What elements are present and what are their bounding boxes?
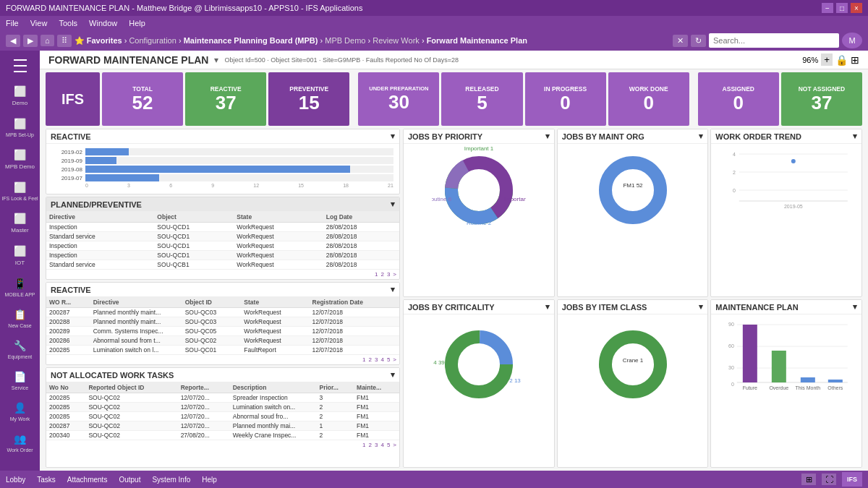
na-page-4[interactable]: 4 (380, 442, 383, 448)
svg-text:0: 0 (731, 382, 734, 387)
reactive-page-2[interactable]: 2 (369, 356, 372, 363)
menu-view[interactable]: View (30, 19, 48, 27)
bottom-icon-1[interactable]: ⊞ (801, 474, 816, 485)
forward-button[interactable]: ▶ (23, 35, 38, 47)
page-title: FORWARD MAINTENANCE PLAN (48, 54, 208, 66)
reactive-page-5[interactable]: 5 (387, 356, 390, 363)
maximize-button[interactable]: □ (836, 3, 848, 13)
not-allocated-expand[interactable]: ▾ (391, 370, 395, 380)
table-row[interactable]: 200285SOU-QC0212/07/20...Abnormal soud f… (46, 412, 399, 421)
menu-window[interactable]: Window (89, 19, 117, 27)
bottom-attachments[interactable]: Attachments (67, 476, 108, 484)
mywork-icon: 👤 (12, 401, 29, 415)
svg-text:4 39: 4 39 (433, 359, 445, 366)
table-row[interactable]: 200289Comm. Systems Inspec...SOU-QC05Wor… (46, 327, 399, 336)
bottom-sysinfo[interactable]: System Info (152, 476, 190, 484)
dropdown-icon[interactable]: ▾ (214, 55, 218, 65)
reactive-page-next[interactable]: > (393, 356, 396, 363)
table-row[interactable]: 200287SOU-QC0212/07/20...Planned monthly… (46, 421, 399, 431)
bottom-help[interactable]: Help (202, 476, 217, 484)
bottom-lobby[interactable]: Lobby (6, 476, 25, 484)
sidebar-item-new-case[interactable]: 📋 New Case (0, 303, 40, 333)
table-row[interactable]: InspectionSOU-QCD1WorkRequest28/08/2018 (46, 251, 399, 260)
sidebar-hamburger[interactable] (0, 53, 40, 78)
refresh-button[interactable]: ✕ (673, 35, 688, 47)
bottom-output[interactable]: Output (119, 476, 140, 484)
table-row[interactable]: InspectionSOU-QCD1WorkRequest28/08/2018 (46, 241, 399, 251)
bottom-tasks[interactable]: Tasks (37, 476, 56, 484)
na-page-next[interactable]: > (393, 442, 396, 448)
stat-total: TOTAL 52 (102, 72, 183, 126)
sidebar-item-mpb-setup[interactable]: ⬜ MPB Set-Up (0, 112, 40, 142)
back-button[interactable]: ◀ (6, 35, 20, 47)
trend-expand[interactable]: ▾ (853, 132, 857, 141)
user-avatar[interactable]: M (842, 33, 862, 48)
table-row[interactable]: Standard serviceSOU-QCD1WorkRequest28/08… (46, 232, 399, 241)
na-page-5[interactable]: 5 (387, 442, 390, 448)
stop-button[interactable]: ↻ (691, 35, 706, 47)
priority-donut-svg: Important 1 Important 3 Routine 2 Routin… (432, 147, 526, 226)
table-row[interactable]: 200285SOU-QC0212/07/20...Spreader Inspec… (46, 393, 399, 403)
table-row[interactable]: 200286Abnormal sound from t...SOU-QC02Wo… (46, 336, 399, 346)
jobs-by-priority-box: JOBS BY PRIORITY ▾ Importan (403, 129, 555, 297)
svg-text:2 13: 2 13 (509, 377, 521, 384)
sidebar-item-mywork[interactable]: 👤 My Work (0, 396, 40, 426)
minimize-button[interactable]: − (822, 3, 833, 13)
na-page-2[interactable]: 2 (369, 442, 372, 448)
planned-page-next[interactable]: > (393, 271, 396, 278)
planned-expand-icon[interactable]: ▾ (391, 200, 395, 209)
jobs-by-criticality-title: JOBS BY CRITICALITY ▾ (404, 300, 554, 314)
close-button[interactable]: × (851, 3, 862, 13)
svg-rect-39 (772, 351, 786, 382)
breadcrumb: ⭐ Favorites › Configuration › Maintenanc… (75, 36, 670, 46)
menu-help[interactable]: Help (129, 19, 145, 27)
planned-page-3[interactable]: 3 (387, 271, 390, 278)
svg-text:30: 30 (728, 365, 734, 370)
work-order-trend-box: WORK ORDER TREND ▾ 4 (710, 129, 862, 297)
jobs-maint-expand[interactable]: ▾ (699, 132, 703, 141)
reactive-expand-icon[interactable]: ▾ (391, 132, 395, 141)
home-button[interactable]: ⌂ (41, 35, 54, 46)
stat-in-progress: IN PROGRESS 0 (525, 72, 606, 126)
sidebar-item-mobile[interactable]: 📱 MOBILE APP (0, 272, 40, 301)
sidebar-item-mpb-demo[interactable]: ⬜ MPB Demo (0, 143, 40, 174)
criticality-expand[interactable]: ▾ (545, 302, 550, 312)
reactive-page-4[interactable]: 4 (380, 356, 383, 363)
maintenance-plan-chart: 90 60 30 0 (711, 314, 861, 401)
sidebar-item-equipment[interactable]: 🔧 Equipment (0, 334, 40, 364)
sidebar: ⬜ Demo ⬜ MPB Set-Up ⬜ MPB Demo ⬜ IFS Loo… (0, 51, 40, 471)
zoom-in-button[interactable]: + (821, 53, 833, 66)
sidebar-item-iot[interactable]: ⬜ IOT (0, 239, 40, 270)
planned-page-2[interactable]: 2 (380, 271, 383, 278)
na-page-1[interactable]: 1 (362, 442, 365, 448)
table-row[interactable]: 200288Planned monthly maint...SOU-QC03Wo… (46, 317, 399, 327)
table-row[interactable]: 200340SOU-QC0227/08/20...Weekly Crane In… (46, 431, 399, 440)
search-input[interactable] (709, 33, 839, 48)
maint-plan-expand[interactable]: ▾ (853, 302, 857, 312)
table-row[interactable]: 200285SOU-QC0212/07/20...Lumination swit… (46, 403, 399, 412)
menu-tools[interactable]: Tools (59, 19, 77, 27)
reactive-page-1[interactable]: 1 (362, 356, 365, 363)
menu-file[interactable]: File (6, 19, 19, 27)
bottom-icon-2[interactable]: ⛶ (822, 474, 836, 485)
sidebar-item-master[interactable]: ⬜ Master (0, 207, 40, 238)
reactive-page-3[interactable]: 3 (375, 356, 378, 363)
sidebar-item-service[interactable]: 📄 Service (0, 365, 40, 395)
jobs-priority-expand[interactable]: ▾ (545, 132, 550, 141)
reactive-chart-box: REACTIVE ▾ 2019-02 2019-09 (46, 129, 400, 194)
apps-button[interactable]: ⠿ (57, 35, 72, 47)
item-class-expand[interactable]: ▾ (699, 302, 703, 312)
bar-row-1: 2019-02 (52, 148, 393, 155)
col-reg-date: Registration Date (310, 297, 399, 308)
sidebar-item-demo[interactable]: ⬜ Demo (0, 80, 40, 111)
na-page-3[interactable]: 3 (375, 442, 378, 448)
planned-page-1[interactable]: 1 (375, 271, 378, 278)
table-row[interactable]: InspectionSOU-QCD1WorkRequest28/08/2018 (46, 223, 399, 232)
sidebar-item-ifs[interactable]: ⬜ IFS Look & Feel (0, 176, 40, 205)
table-row[interactable]: 200285Lumination switch on l...SOU-QC01F… (46, 346, 399, 355)
table-row[interactable]: Standard serviceSOU-QCB1WorkRequest28/08… (46, 260, 399, 270)
stats-row: IFS TOTAL 52 REACTIVE 37 PREVENTIVE 15 U… (40, 69, 868, 129)
reactive-table-expand[interactable]: ▾ (391, 285, 395, 294)
table-row[interactable]: 200287Planned monthly maint...SOU-QC03Wo… (46, 308, 399, 317)
sidebar-item-workorder[interactable]: 👥 Work Order (0, 427, 40, 457)
